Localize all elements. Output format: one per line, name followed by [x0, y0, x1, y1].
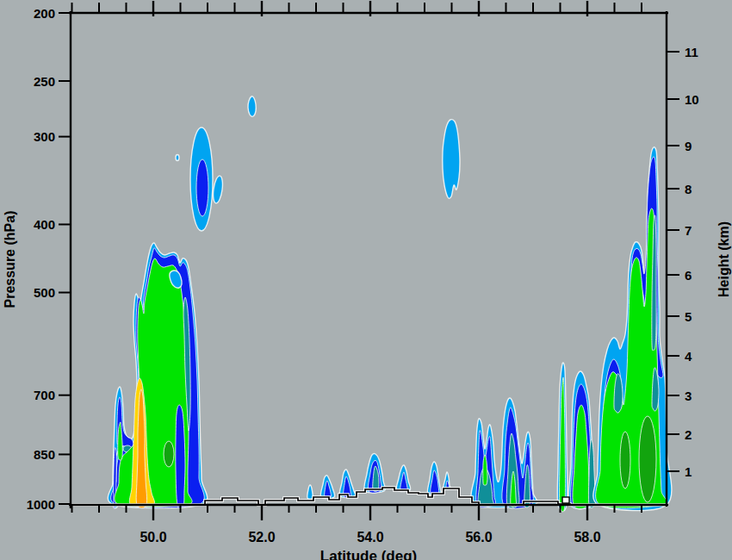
pressure-tick-label: 300	[34, 129, 55, 144]
contour-left-storm-blue-tongue	[176, 405, 185, 508]
height-tick-label: 7	[685, 223, 692, 238]
pressure-tick-label: 700	[34, 388, 55, 402]
pressure-tick-label: 1000	[27, 497, 55, 512]
height-tick-label: 1	[685, 464, 692, 479]
pressure-tick-label: 500	[34, 285, 55, 300]
pressure-tick-label: 200	[34, 6, 55, 21]
height-tick-label: 8	[685, 182, 692, 196]
height-axis-title: Height (km)	[716, 186, 732, 333]
height-tick-label: 5	[685, 309, 692, 324]
latitude-tick-label: 52.0	[248, 530, 275, 544]
pressure-tick-label: 850	[34, 447, 55, 462]
height-tick-label: 4	[685, 349, 692, 364]
surface-station-marker	[562, 497, 569, 503]
height-tick-label: 6	[685, 268, 692, 283]
contour-upper-teardrop	[248, 96, 256, 116]
contour-upper-speck	[176, 155, 179, 161]
plot-svg: 2002503004005007008501000123456789101150…	[0, 0, 732, 560]
latitude-tick-label: 56.0	[465, 530, 492, 544]
contour-midtrop-cell-core	[196, 159, 208, 216]
contour-anvil-55p4	[443, 120, 460, 199]
height-tick-label: 10	[685, 92, 699, 107]
pressure-tick-label: 400	[34, 217, 55, 232]
contour-left-storm-dgreen	[164, 441, 174, 467]
pressure-tick-label: 250	[34, 74, 55, 89]
height-tick-label: 11	[685, 45, 698, 59]
contour-right-mass-dgreen-2	[620, 432, 630, 488]
pressure-latitude-cross-section: 2002503004005007008501000123456789101150…	[0, 0, 732, 560]
height-tick-label: 3	[685, 389, 692, 403]
latitude-tick-label: 58.0	[574, 530, 600, 544]
latitude-tick-label: 50.0	[140, 530, 166, 544]
latitude-tick-label: 54.0	[357, 530, 383, 544]
contour-right-mass-dgreen-1	[639, 416, 656, 502]
height-tick-label: 9	[685, 139, 692, 153]
height-tick-label: 2	[685, 427, 692, 442]
pressure-axis-title: Pressure (hPa)	[3, 186, 20, 333]
latitude-axis-title: Latitude (deg)	[282, 548, 455, 560]
